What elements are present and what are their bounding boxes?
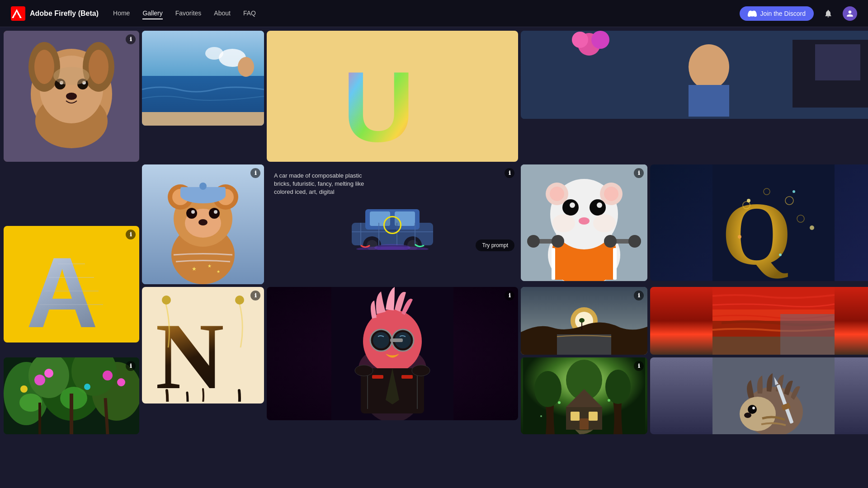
svg-point-45 <box>214 210 217 214</box>
bird-image <box>267 287 518 420</box>
card-jungle[interactable]: ℹ <box>4 357 139 434</box>
svg-point-151 <box>84 384 90 390</box>
svg-point-79 <box>597 202 602 208</box>
svg-point-144 <box>117 378 125 386</box>
info-badge-jungle[interactable]: ℹ <box>126 361 136 371</box>
jungle-image <box>4 357 139 434</box>
card-hedgehog[interactable]: ℹ <box>650 357 868 434</box>
svg-text:Q: Q <box>722 183 792 281</box>
svg-rect-159 <box>589 412 598 421</box>
card-n-letter[interactable]: N ℹ <box>142 287 264 404</box>
svg-point-19 <box>238 57 254 77</box>
svg-point-14 <box>53 67 90 85</box>
n-letter-image: N <box>151 289 255 402</box>
svg-point-162 <box>608 399 610 402</box>
svg-point-84 <box>527 235 540 248</box>
svg-point-13 <box>66 93 77 100</box>
svg-point-167 <box>748 405 757 414</box>
info-badge-n[interactable]: ℹ <box>250 291 260 300</box>
svg-point-8 <box>89 50 108 84</box>
info-badge-bird[interactable]: ℹ <box>505 291 514 300</box>
beach-image <box>142 31 264 126</box>
svg-text:N: N <box>156 304 224 402</box>
svg-rect-130 <box>712 287 835 312</box>
car-image-area <box>274 200 511 250</box>
svg-point-46 <box>198 219 208 225</box>
red-abstract-image <box>650 287 868 355</box>
svg-point-76 <box>562 199 579 216</box>
info-badge-a[interactable]: ℹ <box>126 230 136 239</box>
info-badge-landscape[interactable]: ℹ <box>634 291 644 300</box>
card-bird[interactable]: ℹ <box>267 287 518 420</box>
nav-faq[interactable]: FAQ <box>243 8 256 19</box>
header-right: Join the Discord <box>740 6 857 21</box>
svg-point-93 <box>810 225 814 230</box>
adobe-logo-icon <box>11 6 25 21</box>
card-hamster[interactable]: ℹ <box>521 164 647 281</box>
card-a-letter[interactable]: A ℹ <box>4 226 139 343</box>
info-badge-forest[interactable]: ℹ <box>634 361 644 371</box>
svg-rect-70 <box>613 248 617 280</box>
q-letter-image: Q <box>650 164 868 281</box>
nav-home[interactable]: Home <box>113 8 130 19</box>
nav-favorites[interactable]: Favorites <box>175 8 202 19</box>
svg-point-73 <box>550 187 564 201</box>
svg-rect-20 <box>142 112 264 126</box>
card-car[interactable]: A car made of composable plastic bricks,… <box>267 164 518 255</box>
info-badge-hamster[interactable]: ℹ <box>634 168 644 178</box>
user-avatar[interactable] <box>843 6 857 21</box>
svg-rect-134 <box>780 314 835 355</box>
card-forest[interactable]: ℹ <box>521 357 647 434</box>
card-red-abstract[interactable]: ℹ <box>650 287 868 355</box>
svg-text:U: U <box>343 52 415 160</box>
main-nav: Home Gallery Favorites About FAQ <box>113 8 740 19</box>
svg-point-87 <box>604 235 617 248</box>
svg-point-150 <box>20 385 28 393</box>
nav-about[interactable]: About <box>214 8 231 19</box>
card-u-letter[interactable]: U <box>267 31 518 162</box>
svg-point-120 <box>355 365 373 376</box>
svg-rect-123 <box>401 375 413 379</box>
nav-gallery[interactable]: Gallery <box>142 8 162 19</box>
info-badge-car[interactable]: ℹ <box>505 168 514 178</box>
card-beach[interactable] <box>142 31 264 126</box>
discord-btn-label: Join the Discord <box>760 10 806 17</box>
card-man-room[interactable] <box>521 31 868 119</box>
svg-point-18 <box>205 47 223 60</box>
svg-rect-127 <box>557 334 611 355</box>
card-dog[interactable]: ℹ <box>4 31 139 162</box>
svg-point-168 <box>752 407 755 409</box>
svg-point-154 <box>605 370 631 404</box>
hamster-image <box>521 164 647 281</box>
bear-image: ★ ★ ★ <box>142 164 264 284</box>
svg-rect-122 <box>372 375 383 379</box>
svg-point-42 <box>186 208 197 219</box>
svg-point-24 <box>689 44 729 89</box>
info-badge-bear[interactable]: ℹ <box>250 168 260 178</box>
man-room-image <box>521 31 868 119</box>
svg-text:★: ★ <box>192 266 197 272</box>
gallery-grid: ℹ <box>0 27 868 438</box>
discord-button[interactable]: Join the Discord <box>740 6 814 21</box>
try-prompt-button[interactable]: Try prompt <box>476 239 514 251</box>
svg-point-85 <box>552 235 564 248</box>
svg-point-107 <box>235 296 244 305</box>
svg-point-81 <box>552 214 575 232</box>
card-bear[interactable]: ★ ★ ★ ℹ <box>142 164 264 284</box>
svg-point-77 <box>590 199 606 216</box>
svg-point-153 <box>534 371 561 407</box>
svg-rect-160 <box>580 418 589 430</box>
card-q-letter[interactable]: Q ℹ <box>650 164 868 281</box>
svg-point-142 <box>44 369 53 378</box>
svg-point-94 <box>779 253 782 256</box>
svg-point-44 <box>191 210 195 214</box>
svg-point-113 <box>373 332 389 348</box>
landscape-image <box>521 287 647 355</box>
card-landscape[interactable]: ℹ <box>521 287 647 355</box>
info-badge-dog[interactable]: ℹ <box>126 34 136 44</box>
svg-point-95 <box>738 235 741 239</box>
car-prompt-text: A car made of composable plastic bricks,… <box>274 172 373 197</box>
notifications-bell[interactable] <box>821 6 835 21</box>
svg-point-43 <box>209 208 220 219</box>
svg-point-128 <box>579 318 585 323</box>
